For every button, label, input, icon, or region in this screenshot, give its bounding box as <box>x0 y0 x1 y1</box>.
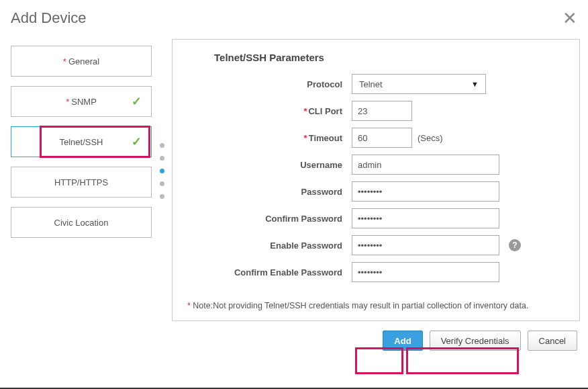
step-dot <box>160 156 164 161</box>
dialog-footer: Add Verify Credentials Cancel <box>0 321 588 351</box>
sidebar-item-label: HTTP/HTTPS <box>54 177 108 187</box>
cancel-button[interactable]: Cancel <box>528 331 577 351</box>
add-button[interactable]: Add <box>383 331 422 351</box>
sidebar-item-label: Telnet/SSH <box>59 137 103 147</box>
step-indicator <box>152 39 172 321</box>
sidebar-item-telnet-ssh[interactable]: Telnet/SSH ✓ <box>11 126 152 157</box>
check-icon: ✓ <box>132 134 142 149</box>
enable-password-input[interactable] <box>352 235 499 255</box>
step-sidebar: *General *SNMP ✓ Telnet/SSH ✓ HTTP/HTTPS… <box>11 39 152 321</box>
timeout-input[interactable] <box>352 128 412 148</box>
sidebar-item-general[interactable]: *General <box>11 46 152 77</box>
sidebar-item-label: SNMP <box>71 97 97 107</box>
sidebar-item-snmp[interactable]: *SNMP ✓ <box>11 86 152 117</box>
timeout-suffix: (Secs) <box>418 133 443 143</box>
form-panel: Telnet/SSH Parameters Protocol Telnet ▼ … <box>172 39 580 321</box>
chevron-down-icon: ▼ <box>471 80 479 88</box>
sidebar-item-label: Civic Location <box>54 218 109 228</box>
sidebar-item-civic-location[interactable]: Civic Location <box>11 207 152 238</box>
panel-heading: Telnet/SSH Parameters <box>214 52 565 63</box>
footnote: * Note:Not providing Telnet/SSH credenti… <box>187 301 565 310</box>
confirm-enable-password-label: Confirm Enable Password <box>187 267 352 277</box>
step-dot-active <box>160 169 164 173</box>
username-label: Username <box>187 160 352 170</box>
password-input[interactable] <box>352 181 499 202</box>
confirm-password-label: Confirm Password <box>187 214 352 224</box>
confirm-enable-password-input[interactable] <box>352 262 499 282</box>
protocol-select[interactable]: Telnet ▼ <box>352 74 486 94</box>
timeout-label: Timeout <box>309 133 342 143</box>
close-icon[interactable]: ✕ <box>562 9 577 27</box>
step-dot <box>160 181 164 186</box>
required-asterisk: * <box>66 97 69 107</box>
protocol-value: Telnet <box>359 79 383 89</box>
highlight-box <box>355 347 403 374</box>
protocol-label: Protocol <box>187 79 352 89</box>
step-dot <box>160 143 164 148</box>
cli-port-label: CLI Port <box>308 106 342 116</box>
required-asterisk: * <box>63 56 66 67</box>
verify-credentials-button[interactable]: Verify Credentials <box>430 331 521 351</box>
check-icon: ✓ <box>132 94 142 109</box>
sidebar-item-label: General <box>68 56 99 67</box>
highlight-box <box>406 347 519 374</box>
enable-password-label: Enable Password <box>187 241 352 251</box>
dialog-title: Add Device <box>11 9 87 27</box>
cli-port-input[interactable] <box>352 101 412 121</box>
password-label: Password <box>187 187 352 197</box>
sidebar-item-http-https[interactable]: HTTP/HTTPS <box>11 167 152 198</box>
help-icon[interactable]: ? <box>509 239 521 251</box>
step-dot <box>160 194 164 199</box>
confirm-password-input[interactable] <box>352 208 499 228</box>
username-input[interactable] <box>352 155 499 175</box>
